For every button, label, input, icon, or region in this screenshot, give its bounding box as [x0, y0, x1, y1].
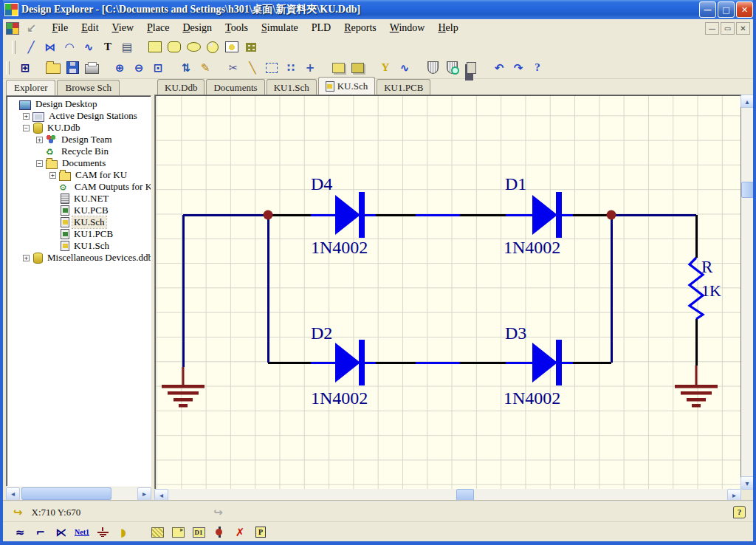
toolbar-grip[interactable] — [12, 41, 16, 54]
junction-dot[interactable] — [607, 210, 616, 220]
toolbar-grip[interactable] — [6, 61, 10, 75]
help-balloon-icon[interactable]: ? — [733, 506, 746, 518]
select-area-icon[interactable] — [263, 59, 281, 77]
scroll-thumb[interactable] — [456, 489, 474, 501]
collapse-icon[interactable]: − — [36, 160, 43, 167]
editor-vscrollbar[interactable]: ▴ ▾ — [741, 95, 753, 490]
expand-icon[interactable]: + — [23, 113, 30, 120]
gate-icon[interactable]: ◗ — [116, 524, 131, 541]
polygon-tool-icon[interactable]: ⋈ — [41, 38, 59, 56]
collapse-icon[interactable]: − — [23, 125, 30, 131]
pcb-rule-icon[interactable]: P — [253, 524, 268, 541]
minimize-button[interactable]: — — [699, 1, 716, 18]
print-icon[interactable] — [83, 59, 100, 77]
drag-wire-icon[interactable]: ╲ — [244, 59, 261, 77]
editor-hscrollbar[interactable]: ◂ ▸ — [154, 489, 741, 501]
help-icon[interactable]: ? — [529, 59, 546, 77]
tree-item-ku1-pcb[interactable]: KU1.PCB — [7, 228, 151, 240]
textframe-tool-icon[interactable]: ▤ — [118, 38, 136, 56]
mdi-close-button[interactable]: ✕ — [736, 22, 750, 35]
power-tool-icon[interactable]: Y — [377, 59, 394, 77]
sheet-symbol-icon[interactable] — [171, 524, 185, 541]
wand-icon[interactable]: ✎ — [196, 59, 214, 77]
no-erc-icon[interactable]: ✗ — [233, 524, 247, 541]
tree-item-recycle-bin[interactable]: Recycle Bin — [7, 145, 151, 157]
menu-file[interactable]: File — [45, 21, 75, 35]
open-icon[interactable] — [44, 59, 62, 77]
tree-item-cam-for-ku[interactable]: +CAM for KU — [7, 169, 151, 181]
scroll-thumb[interactable] — [741, 182, 754, 198]
redo-icon[interactable]: ↷ — [509, 59, 527, 77]
tree-item-ku-sch[interactable]: KU.Sch — [7, 216, 151, 228]
save-icon[interactable] — [63, 59, 81, 77]
tree-item-ku-net[interactable]: KU.NET — [7, 193, 151, 205]
zoom-in-icon[interactable]: ⊕ — [111, 59, 128, 77]
graphic-tool-icon[interactable] — [223, 38, 241, 56]
wire-verticals[interactable] — [183, 215, 696, 367]
menu-window[interactable]: Window — [383, 21, 432, 35]
wiring-tools-icon[interactable] — [329, 59, 347, 77]
tree-item-miscellaneous-devices-ddb[interactable]: +Miscellaneous Devices.ddb — [7, 252, 151, 264]
line-tool-icon[interactable]: ╱ — [22, 38, 40, 56]
sidebar-hscrollbar[interactable]: ◂ ▸ — [6, 487, 151, 500]
scroll-up-icon[interactable]: ▴ — [740, 95, 755, 108]
menu-view[interactable]: View — [106, 21, 141, 35]
doc-tab-ku1-pcb[interactable]: KU1.PCB — [377, 79, 430, 95]
ground-right[interactable] — [675, 366, 718, 408]
doc-tab-ku-ddb[interactable]: KU.Ddb — [157, 79, 205, 95]
array-tool-icon[interactable] — [242, 38, 260, 56]
expand-icon[interactable]: + — [23, 255, 30, 261]
maximize-button[interactable]: □ — [718, 1, 735, 18]
title-bar[interactable]: Design Explorer - [C:\Documents and Sett… — [0, 0, 756, 19]
doc-tab-ku-sch[interactable]: KU.Sch — [318, 77, 376, 95]
menu-help[interactable]: Help — [431, 21, 464, 35]
text-tool-icon[interactable]: T — [99, 38, 117, 56]
doc-tab-documents[interactable]: Documents — [206, 79, 264, 95]
expand-icon[interactable]: + — [36, 137, 43, 143]
junction-icon[interactable] — [212, 524, 227, 541]
tree-item-design-team[interactable]: +Design Team — [7, 134, 151, 145]
scroll-right-icon[interactable]: ▸ — [137, 487, 151, 501]
undo-icon[interactable]: ↶ — [490, 59, 508, 77]
menu-arrow-icon[interactable]: ↙ — [27, 21, 36, 35]
rect-tool-icon[interactable] — [146, 38, 164, 56]
menu-place[interactable]: Place — [140, 21, 176, 35]
ellipse-tool-icon[interactable] — [185, 38, 202, 56]
resistor-r[interactable]: R 1K — [690, 258, 721, 319]
roundrect-tool-icon[interactable] — [165, 38, 183, 56]
part-pins-icon[interactable] — [462, 59, 480, 77]
menu-reports[interactable]: Reports — [337, 21, 383, 35]
wire-tool-icon[interactable]: ≈ — [13, 524, 27, 541]
menu-pld[interactable]: PLD — [305, 21, 337, 35]
junction-dot[interactable] — [264, 210, 273, 220]
diode-d3[interactable]: D3 1N4002 — [504, 323, 562, 408]
expand-icon[interactable]: + — [49, 172, 56, 179]
scroll-down-icon[interactable]: ▾ — [740, 476, 755, 490]
tree-item-ku-pcb[interactable]: KU.PCB — [7, 205, 151, 216]
diode-d2[interactable]: D2 1N4002 — [311, 323, 368, 408]
net-label-icon[interactable]: Net1 — [75, 524, 89, 541]
scroll-left-icon[interactable]: ◂ — [154, 489, 168, 502]
menu-simulate[interactable]: Simulate — [255, 21, 305, 35]
scroll-right-icon[interactable]: ▸ — [727, 489, 741, 502]
updown-hierarchy-icon[interactable]: ⇅ — [177, 59, 195, 77]
cut-wire-icon[interactable]: ✂ — [224, 59, 242, 77]
bezier-tool-icon[interactable]: ∿ — [80, 38, 97, 56]
tree-item-ku-ddb[interactable]: −KU.Ddb — [7, 122, 151, 134]
drawing-tools-icon[interactable] — [348, 59, 366, 77]
panel-tab-browse-sch[interactable]: Browse Sch — [57, 80, 119, 95]
tree-item-cam-outputs-for-ku[interactable]: CAM Outputs for KU — [7, 181, 151, 193]
doc-tab-ku1-sch[interactable]: KU1.Sch — [267, 79, 317, 95]
tree-item-ku1-sch[interactable]: KU1.Sch — [7, 240, 151, 252]
power-port-icon[interactable] — [95, 524, 110, 541]
mdi-minimize-button[interactable]: — — [705, 22, 719, 35]
mdi-restore-button[interactable]: ▭ — [721, 22, 735, 35]
menu-design[interactable]: Design — [176, 21, 219, 35]
bus-entry-icon[interactable]: ⌐ — [33, 524, 48, 541]
arc-tool-icon[interactable]: ◠ — [61, 38, 78, 56]
simulate-wave-icon[interactable]: ∿ — [396, 59, 413, 77]
pie-tool-icon[interactable] — [204, 38, 221, 56]
panel-tab-explorer[interactable]: Explorer — [6, 80, 55, 95]
menu-edit[interactable]: Edit — [75, 21, 105, 35]
move-icon[interactable]: + — [301, 59, 319, 77]
